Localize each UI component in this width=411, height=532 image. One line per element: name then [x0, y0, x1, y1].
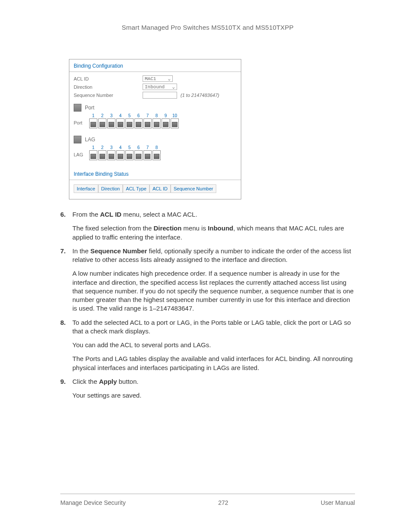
lag-checkbox[interactable]	[116, 150, 125, 160]
lag-num: 8	[152, 145, 161, 150]
port-num: 4	[116, 113, 125, 118]
instruction-steps: 6. From the ACL ID menu, select a MAC AC…	[60, 210, 355, 400]
col-interface: Interface	[74, 184, 98, 193]
seq-range: (1 to 2147483647)	[181, 93, 219, 98]
port-num: 8	[152, 113, 161, 118]
text: You can add the ACL to several ports and…	[72, 341, 355, 349]
text-bold: Inbound	[208, 224, 233, 232]
direction-label: Direction	[74, 84, 143, 90]
text: Your settings are saved.	[72, 391, 355, 400]
port-checkbox[interactable]	[171, 118, 179, 128]
port-checkbox[interactable]	[107, 118, 115, 128]
port-num: 1	[89, 113, 98, 118]
port-num: 6	[134, 113, 143, 118]
acl-id-value: MAC1	[145, 76, 156, 81]
port-checkbox[interactable]	[98, 118, 106, 128]
text-bold: Apply	[99, 378, 117, 385]
fig-title: Binding Configuration	[69, 59, 241, 71]
lag-checkbox[interactable]	[98, 150, 106, 160]
text: button.	[117, 378, 138, 385]
text: A low number indicates high precedence o…	[72, 269, 355, 313]
text: The fixed selection from the	[72, 224, 153, 232]
port-checkbox[interactable]	[89, 118, 97, 128]
step-number: 7.	[60, 247, 72, 313]
text-bold: Sequence Number	[90, 247, 147, 255]
port-checkbox[interactable]	[162, 118, 170, 128]
acl-id-label: ACL ID	[74, 76, 143, 81]
step-number: 6.	[60, 210, 72, 242]
chevron-down-icon: ⌄	[168, 76, 171, 81]
port-checkbox[interactable]	[134, 118, 143, 128]
text: In the	[72, 247, 90, 255]
port-checkbox[interactable]	[143, 118, 152, 128]
lag-num: 3	[107, 145, 116, 150]
port-numbers: 1 2 3 4 5 6 7 8 9 10	[89, 113, 237, 118]
group-icon	[74, 104, 81, 112]
text: Click the	[72, 378, 99, 385]
port-num: 7	[143, 113, 152, 118]
seq-input[interactable]	[143, 92, 177, 99]
chevron-down-icon: ⌄	[172, 84, 175, 90]
port-checkbox[interactable]	[153, 118, 161, 128]
text: menu, select a MAC ACL.	[121, 211, 197, 218]
lag-num: 6	[134, 145, 143, 150]
lag-row-label: LAG	[74, 150, 89, 157]
port-num: 5	[125, 113, 134, 118]
lag-num: 5	[125, 145, 134, 150]
col-direction: Direction	[98, 184, 123, 193]
group-icon	[74, 136, 81, 143]
direction-value: Inbound	[145, 84, 165, 90]
lag-num: 7	[143, 145, 152, 150]
port-checkbox[interactable]	[125, 118, 134, 128]
text-bold: Direction	[153, 224, 181, 232]
port-num: 9	[161, 113, 170, 118]
binding-config-figure: Binding Configuration ACL ID MAC1 ⌄ Dire…	[69, 59, 241, 199]
status-title: Interface Binding Status	[69, 168, 241, 179]
divider	[69, 72, 241, 72]
port-group-header: Port	[69, 100, 241, 112]
lag-checkbox[interactable]	[107, 150, 115, 160]
lag-numbers: 1 2 3 4 5 6 7 8	[89, 145, 237, 150]
lag-checkbox[interactable]	[153, 150, 161, 160]
lag-checkbox[interactable]	[89, 150, 97, 160]
text: The Ports and LAG tables display the ava…	[72, 355, 355, 372]
lag-checkbox[interactable]	[134, 150, 143, 160]
step-8: 8. To add the selected ACL to a port or …	[60, 318, 355, 372]
port-row-label: Port	[74, 118, 89, 125]
text: From the	[72, 211, 100, 218]
status-table-header: Interface Direction ACL Type ACL ID Sequ…	[69, 183, 241, 195]
lag-group-label: LAG	[85, 137, 95, 143]
step-6: 6. From the ACL ID menu, select a MAC AC…	[60, 210, 355, 242]
lag-num: 1	[89, 145, 98, 150]
col-seq: Sequence Number	[171, 184, 216, 193]
direction-select[interactable]: Inbound ⌄	[143, 84, 177, 90]
step-9: 9. Click the Apply button. Your settings…	[60, 377, 355, 400]
footer-right: User Manual	[321, 499, 355, 506]
seq-label: Sequence Number	[74, 93, 143, 98]
port-group-label: Port	[85, 105, 94, 111]
port-num: 3	[107, 113, 116, 118]
col-acltype: ACL Type	[123, 184, 149, 193]
col-aclid: ACL ID	[149, 184, 171, 193]
page-header: Smart Managed Pro Switches MS510TX and M…	[60, 24, 355, 31]
port-num: 2	[98, 113, 107, 118]
lag-checkbox[interactable]	[125, 150, 134, 160]
footer-page-number: 272	[218, 499, 228, 506]
page-footer: Manage Device Security 272 User Manual	[60, 494, 355, 506]
step-7: 7. In the Sequence Number field, optiona…	[60, 247, 355, 313]
port-num: 10	[170, 113, 179, 118]
step-number: 9.	[60, 377, 72, 400]
lag-checkbox[interactable]	[143, 150, 152, 160]
text: To add the selected ACL to a port or LAG…	[72, 318, 355, 336]
divider	[69, 180, 241, 180]
text: menu is	[181, 224, 208, 232]
lag-group-header: LAG	[69, 131, 241, 144]
acl-id-select[interactable]: MAC1 ⌄	[143, 75, 173, 82]
footer-left: Manage Device Security	[60, 499, 126, 506]
text-bold: ACL ID	[100, 211, 121, 218]
step-number: 8.	[60, 318, 72, 372]
port-checkbox[interactable]	[116, 118, 125, 128]
lag-num: 2	[98, 145, 107, 150]
lag-num: 4	[116, 145, 125, 150]
